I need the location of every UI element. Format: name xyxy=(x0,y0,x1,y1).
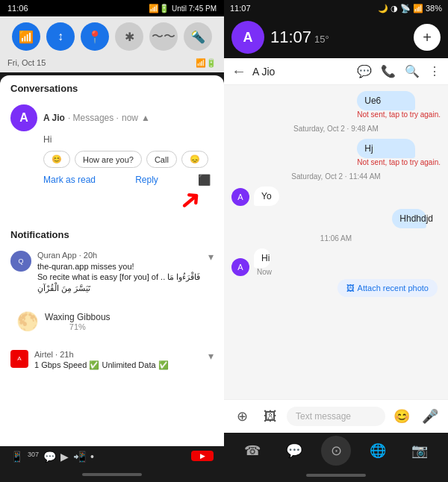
notif-expand-icon[interactable]: ▾ xyxy=(208,251,214,263)
status-bar-right: 11:07 🌙 ◑ 📡 📶 38% xyxy=(224,0,448,16)
add-contact-button[interactable]: + xyxy=(414,24,441,51)
conv-avatar: A xyxy=(10,104,37,131)
sync-toggle[interactable]: 〜〜 xyxy=(149,22,178,51)
msg-bubble-yo: Yo xyxy=(254,187,279,206)
msg-bubble-hi: Hi xyxy=(254,248,270,268)
bluetooth-toggle[interactable]: ✱ xyxy=(115,22,143,51)
notif-content: Quran App · 20h the-quran.app misses you… xyxy=(37,251,202,293)
quran-icon: Q xyxy=(10,251,31,272)
signal-display: 📶🔋 xyxy=(196,58,217,68)
status-right-icons: 🌙 ◑ 📡 📶 38% xyxy=(378,4,442,13)
mic-button[interactable]: 🎤 xyxy=(418,404,442,428)
quick-settings: 📶 ↕ 📍 ✱ 〜〜 🔦 xyxy=(0,16,224,57)
msg-error-hj[interactable]: Not sent, tap to try again. xyxy=(357,158,441,166)
nav-messages[interactable]: 💬 xyxy=(279,436,309,466)
text-input-placeholder: Text message xyxy=(296,411,351,422)
phone-icon[interactable]: 📞 xyxy=(381,64,396,78)
location-toggle[interactable]: 📍 xyxy=(81,22,109,51)
quick-reply-emoji1[interactable]: 😊 xyxy=(43,151,70,168)
msg-sent-ue6: Ue6 Not sent, tap to try again. xyxy=(357,91,441,119)
nav-chrome[interactable]: 🌐 xyxy=(363,436,393,466)
home-indicator-right xyxy=(224,469,448,482)
home-bar-left xyxy=(82,473,142,476)
add-icon: ⊕ xyxy=(237,408,248,425)
status-bar-left: 11:06 📶🔋 Until 7:45 PM xyxy=(0,0,224,16)
quick-reply-emoji2[interactable]: 😞 xyxy=(181,151,208,168)
signal-battery-left: 📶🔋 Until 7:45 PM xyxy=(149,4,217,13)
date-row: Fri, Oct 15 📶🔋 xyxy=(0,57,224,72)
notifications-section: Q Quran App · 20h the-quran.app misses y… xyxy=(0,245,224,299)
text-message-input[interactable]: Text message xyxy=(287,407,385,426)
msg-bubble-hj: Hj xyxy=(357,139,415,158)
date-divider-3: 11:06 AM xyxy=(231,234,441,242)
home-indicator-left xyxy=(0,467,224,482)
time-left: 11:06 xyxy=(7,4,28,13)
msg-bubble-ue6: Ue6 xyxy=(357,91,415,110)
moon-icon: 🌕 xyxy=(16,311,39,332)
notif-name: Quran App · 20h xyxy=(37,251,202,260)
msg-avatar-yo: A xyxy=(231,188,249,206)
add-attachment-button[interactable]: ⊕ xyxy=(230,404,254,428)
airtel-body: 1 Gbps Speed ✅ Unlimited Data ✅ xyxy=(34,360,202,370)
conv-message: Hi xyxy=(43,134,214,145)
search-icon[interactable]: 🔍 xyxy=(405,64,420,78)
gallery-button[interactable]: 🖼 xyxy=(258,404,282,428)
right-panel: 11:07 🌙 ◑ 📡 📶 38% A 11:07 15° + ← A Jio … xyxy=(224,0,448,482)
msg-received-yo-row: A Yo xyxy=(231,187,441,206)
floating-time: 11:07 xyxy=(270,28,311,47)
input-area: ⊕ 🖼 Text message 😊 🎤 xyxy=(224,399,448,433)
conv-time: now xyxy=(122,113,138,123)
chat-contact-name: A Jio xyxy=(252,66,351,78)
messages-area: Ue6 Not sent, tap to try again. Saturday… xyxy=(224,85,448,399)
reply-link[interactable]: Reply xyxy=(135,175,158,185)
airtel-logo: A xyxy=(10,350,28,368)
time-right: 11:07 xyxy=(230,4,251,13)
notifications-title: Notifications xyxy=(0,222,224,245)
notif-body: the-quran.app misses you!So recite what … xyxy=(37,261,202,293)
msg-bubble-hhdhdjd: Hhdhdjd xyxy=(392,209,426,228)
msg-avatar-hi: A xyxy=(231,258,249,276)
airtel-notif: A Airtel · 21h 1 Gbps Speed ✅ Unlimited … xyxy=(0,344,224,376)
emoji-icon: 😊 xyxy=(393,408,410,425)
attach-recent-photo-button[interactable]: 🖼 Attach recent photo xyxy=(337,279,438,297)
data-toggle[interactable]: ↕ xyxy=(46,22,75,51)
gallery-icon: 🖼 xyxy=(264,409,277,425)
airtel-expand-icon[interactable]: ▾ xyxy=(208,350,214,362)
quick-reply-call[interactable]: Call xyxy=(146,151,177,168)
moon-info: Waxing Gibbous 71% xyxy=(45,312,111,331)
conv-name: A Jio xyxy=(43,113,65,123)
floating-temp: 15° xyxy=(314,34,329,45)
bottom-nav: ☎ 💬 ⊙ 🌐 📷 xyxy=(224,433,448,469)
nav-camera[interactable]: 📷 xyxy=(405,436,435,466)
airtel-name: Airtel · 21h xyxy=(34,350,202,359)
attach-photo-icon: 🖼 xyxy=(346,284,355,292)
date-display: Fri, Oct 15 xyxy=(7,58,46,68)
emoji-button[interactable]: 😊 xyxy=(390,404,414,428)
back-icon[interactable]: ← xyxy=(231,63,246,80)
video-call-icon[interactable]: 💬 xyxy=(357,64,372,78)
msg-sent-hj: Hj Not sent, tap to try again. xyxy=(357,139,441,166)
conversations-section: Conversations A A Jio · Messages · now ▲… xyxy=(0,75,224,446)
left-panel: 11:06 📶🔋 Until 7:45 PM 📶 ↕ 📍 ✱ 〜〜 🔦 Fri,… xyxy=(0,0,224,482)
floating-header: A 11:07 15° + xyxy=(224,16,448,58)
flashlight-toggle[interactable]: 🔦 xyxy=(184,22,212,51)
more-options-icon[interactable]: ⋮ xyxy=(429,64,441,78)
airtel-content: Airtel · 21h 1 Gbps Speed ✅ Unlimited Da… xyxy=(34,350,202,370)
notif-item: Q Quran App · 20h the-quran.app misses y… xyxy=(10,251,214,293)
conv-actions: 😊 How are you? Call 😞 xyxy=(43,151,214,168)
date-divider-2: Saturday, Oct 2 · 11:44 AM xyxy=(231,172,441,181)
wifi-toggle[interactable]: 📶 xyxy=(12,22,40,51)
status-right-time-group: 11:07 xyxy=(230,4,251,13)
nav-home[interactable]: ⊙ xyxy=(321,436,351,466)
mark-read-link[interactable]: Mark as read xyxy=(43,175,96,185)
expand-icon[interactable]: ⬛ xyxy=(198,174,211,186)
battery-right: 38% xyxy=(426,4,442,13)
nav-phone[interactable]: ☎ xyxy=(237,436,267,466)
msg-error-ue6[interactable]: Not sent, tap to try again. xyxy=(357,110,441,119)
chat-header-icons: 💬 📞 🔍 ⋮ xyxy=(357,64,441,78)
msg-received-hi-row: A Hi Now xyxy=(231,248,441,276)
mic-icon: 🎤 xyxy=(422,408,438,425)
date-divider-1: Saturday, Oct 2 · 9:48 AM xyxy=(231,125,441,133)
quick-reply-how[interactable]: How are you? xyxy=(75,151,142,168)
msg-sent-hhdhdjd: Hhdhdjd xyxy=(392,209,441,228)
